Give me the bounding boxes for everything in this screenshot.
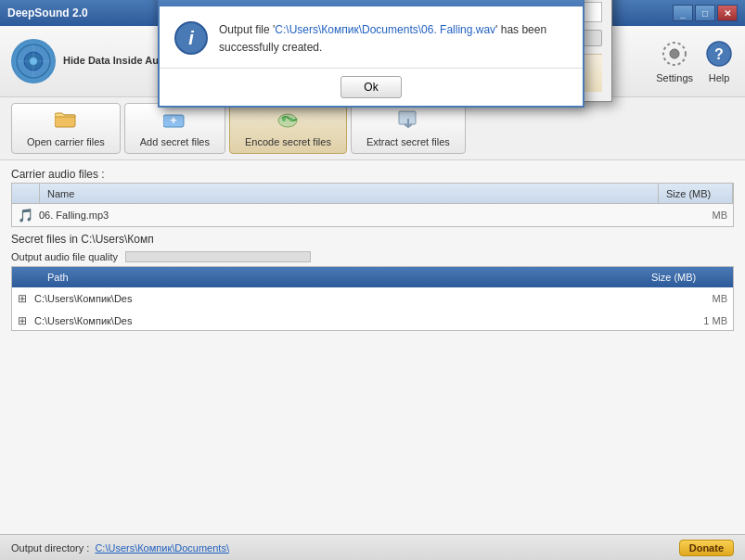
extract-secret-label: Extract secret files	[366, 136, 450, 147]
add-secret-button[interactable]: + Add secret files	[124, 103, 225, 154]
ok-button[interactable]: Ok	[340, 76, 401, 98]
content-area: Carrier audio files : Name Size (MB) 🎵 0…	[0, 160, 745, 534]
secret-file-path-0: C:\Users\Компик\Des	[34, 293, 705, 304]
info-title-text: Information	[169, 0, 230, 3]
secret-file-size-0: MB	[713, 293, 728, 304]
carrier-file-icon: 🎵	[18, 208, 33, 223]
info-message: Output file 'C:\Users\Компик\Documents\0…	[219, 21, 568, 57]
quality-label: Output audio file quality	[11, 251, 118, 262]
minimize-button[interactable]: _	[673, 5, 693, 21]
secret-file-path-1: C:\Users\Компик\Des	[34, 315, 696, 326]
maximize-button[interactable]: □	[695, 5, 715, 21]
open-carrier-button[interactable]: Open carrier files	[11, 103, 121, 154]
secret-file-row-1[interactable]: ⊞ C:\Users\Компик\Des 1 MB	[12, 310, 733, 331]
svg-point-7	[670, 49, 679, 58]
info-msg-highlight: C:\Users\Компик\Documents\06. Falling.wa…	[275, 23, 495, 36]
main-window: Hide Data Inside Audio Audio Converter	[0, 26, 745, 560]
col-size-mb: Size (MB)	[651, 272, 726, 283]
info-dialog-buttons: Ok	[160, 68, 583, 106]
toolbar-right: Settings ? Help	[656, 39, 734, 83]
secret-file-row-0[interactable]: ⊞ C:\Users\Компик\Des MB	[12, 287, 733, 310]
settings-button[interactable]: Settings	[656, 39, 693, 83]
app-title: DeepSound 2.0	[7, 6, 88, 19]
info-msg-part1: Output file '	[219, 23, 275, 36]
info-dialog-title: Information	[160, 0, 583, 6]
info-dialog-body: i Output file 'C:\Users\Компик\Documents…	[160, 6, 583, 68]
open-carrier-label: Open carrier files	[27, 136, 105, 147]
help-icon: ?	[704, 39, 734, 69]
carrier-file-size: MB	[672, 210, 727, 221]
brand-icon	[11, 39, 56, 83]
carrier-file-name: 06. Falling.mp3	[39, 210, 666, 221]
col-path: Path	[47, 272, 651, 283]
extract-secret-icon	[397, 109, 419, 133]
add-secret-label: Add secret files	[140, 136, 210, 147]
extract-secret-button[interactable]: Extract secret files	[351, 103, 466, 154]
svg-text:?: ?	[714, 46, 724, 62]
svg-point-16	[289, 118, 293, 121]
svg-point-15	[282, 118, 286, 121]
col-icon	[12, 184, 40, 203]
status-bar: Output directory : C:\Users\Компик\Docum…	[0, 534, 745, 560]
output-dir-path[interactable]: C:\Users\Компик\Documents\	[95, 542, 229, 554]
add-secret-icon: +	[163, 109, 186, 133]
secret-label: Secret files in C:\Users\Комп	[11, 233, 734, 246]
brand: Hide Data Inside Audio	[11, 39, 173, 83]
secret-file-size-1: 1 MB	[703, 315, 727, 326]
encode-secret-button[interactable]: Encode secret files	[229, 103, 347, 154]
settings-label: Settings	[656, 72, 693, 83]
secret-file-icon-1: ⊞	[18, 314, 27, 327]
secret-file-icon-0: ⊞	[18, 292, 27, 305]
info-dialog: Information i Output file 'C:\Users\Комп…	[158, 0, 584, 108]
col-size: Size (MB)	[659, 184, 733, 203]
carrier-file-row[interactable]: 🎵 06. Falling.mp3 MB	[12, 204, 733, 226]
carrier-section: Carrier audio files : Name Size (MB) 🎵 0…	[11, 168, 734, 227]
output-dir-label: Output directory :	[11, 542, 89, 554]
svg-text:+: +	[171, 114, 177, 127]
quality-row: Output audio file quality	[11, 251, 734, 262]
secret-section: Secret files in C:\Users\Комп Output aud…	[11, 233, 734, 331]
help-label: Help	[709, 72, 730, 83]
settings-icon	[660, 39, 689, 69]
help-button[interactable]: ? Help	[704, 39, 734, 83]
open-carrier-icon	[55, 109, 77, 133]
window-controls: _ □ ✕	[673, 5, 738, 21]
close-button[interactable]: ✕	[717, 5, 738, 21]
carrier-file-list: Name Size (MB) 🎵 06. Falling.mp3 MB	[11, 183, 734, 227]
encode-secret-label: Encode secret files	[245, 136, 331, 147]
col-name: Name	[40, 184, 659, 203]
info-icon: i	[174, 21, 208, 55]
carrier-label: Carrier audio files :	[11, 168, 734, 181]
secret-file-list: Path Size (MB) ⊞ C:\Users\Компик\Des MB …	[11, 266, 734, 331]
donate-button[interactable]: Donate	[679, 540, 734, 556]
carrier-list-header: Name Size (MB)	[12, 184, 733, 204]
quality-bar[interactable]	[125, 251, 311, 262]
secret-list-header: Path Size (MB)	[12, 267, 733, 287]
encode-secret-icon	[276, 109, 299, 133]
